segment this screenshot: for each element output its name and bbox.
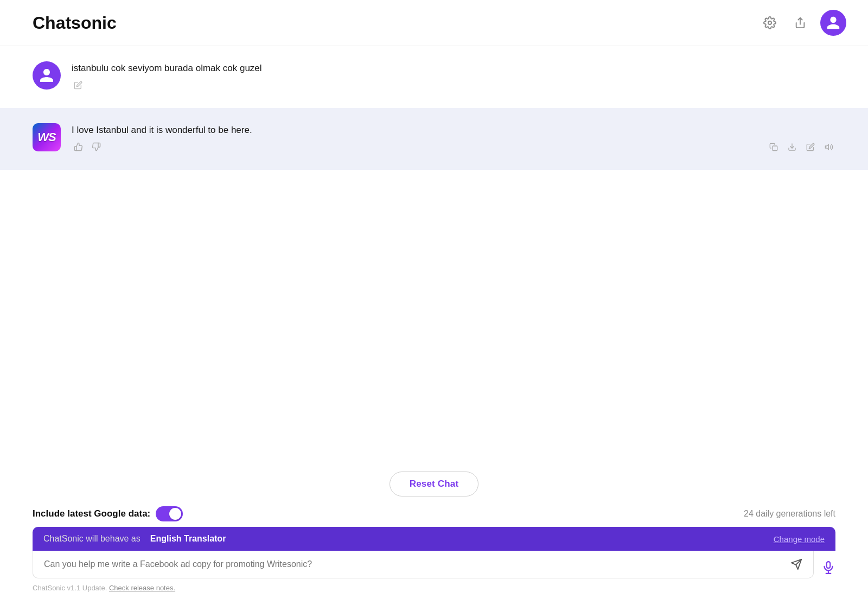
copy-icon (769, 143, 778, 151)
download-ai-message-button[interactable] (786, 142, 799, 155)
person-icon (826, 15, 841, 30)
user-message-actions (72, 80, 835, 93)
google-toggle-wrap: Include latest Google data: (33, 506, 183, 521)
svg-marker-4 (825, 144, 828, 149)
ai-right-actions (767, 142, 835, 155)
change-mode-button[interactable]: Change mode (774, 534, 825, 544)
thumbs-up-button[interactable] (72, 141, 85, 155)
ai-logo-text: WS (37, 130, 55, 144)
ai-message-text: I love Istanbul and it is wonderful to b… (72, 123, 835, 137)
input-area (33, 551, 814, 578)
reset-chat-button[interactable]: Reset Chat (390, 472, 479, 496)
input-row (33, 551, 835, 584)
mode-bar-prefix: ChatSonic will behave as (43, 534, 141, 544)
share-icon (794, 17, 806, 29)
settings-button[interactable] (760, 12, 780, 33)
send-button[interactable] (790, 558, 802, 570)
footer-link[interactable]: Check release notes. (109, 584, 175, 592)
download-icon (788, 143, 796, 151)
bottom-area: Reset Chat Include latest Google data: 2… (0, 466, 868, 605)
speaker-icon (825, 143, 833, 151)
user-person-icon (39, 67, 55, 84)
google-toggle[interactable] (156, 506, 183, 521)
pencil-icon (74, 81, 82, 90)
mode-bar-value: English Translator (150, 534, 226, 544)
ai-message-actions (72, 141, 835, 155)
thumbs-down-button[interactable] (90, 141, 103, 155)
edit-user-message-button[interactable] (72, 80, 85, 93)
user-avatar-button[interactable] (820, 10, 846, 36)
reset-row: Reset Chat (33, 472, 835, 496)
google-label: Include latest Google data: (33, 508, 150, 519)
svg-point-0 (768, 21, 771, 24)
ai-logo: WS (33, 123, 61, 151)
microphone-button[interactable] (821, 561, 835, 575)
daily-generations: 24 daily generations left (744, 509, 835, 519)
edit-ai-message-button[interactable] (804, 142, 817, 155)
mode-bar: ChatSonic will behave as English Transla… (33, 527, 835, 551)
user-message-text: istanbulu cok seviyom burada olmak cok g… (72, 61, 835, 75)
gear-icon (763, 16, 776, 29)
send-icon (790, 558, 802, 570)
chat-input[interactable] (41, 555, 790, 574)
mic-icon (821, 561, 835, 575)
thumbs-down-icon (92, 142, 101, 151)
footer-note: ChatSonic v1.1 Update. Check release not… (33, 584, 835, 600)
google-toggle-row: Include latest Google data: 24 daily gen… (33, 506, 835, 521)
thumbs-up-icon (74, 142, 83, 151)
chat-area: istanbulu cok seviyom burada olmak cok g… (0, 46, 868, 466)
ai-message-content: I love Istanbul and it is wonderful to b… (72, 123, 835, 155)
user-message: istanbulu cok seviyom burada olmak cok g… (0, 46, 868, 108)
user-message-content: istanbulu cok seviyom burada olmak cok g… (72, 61, 835, 93)
svg-rect-2 (773, 146, 777, 151)
app-title: Chatsonic (33, 13, 117, 33)
edit-icon (806, 143, 815, 151)
copy-ai-message-button[interactable] (767, 142, 780, 155)
share-button[interactable] (790, 12, 810, 33)
toggle-knob (169, 508, 181, 520)
ai-message: WS I love Istanbul and it is wonderful t… (0, 108, 868, 170)
user-avatar (33, 61, 61, 90)
header: Chatsonic (0, 0, 868, 46)
svg-rect-7 (827, 562, 831, 568)
header-actions (760, 10, 846, 36)
speak-ai-message-button[interactable] (822, 142, 835, 155)
footer-text: ChatSonic v1.1 Update. (33, 584, 107, 592)
mode-bar-left: ChatSonic will behave as English Transla… (43, 534, 226, 544)
